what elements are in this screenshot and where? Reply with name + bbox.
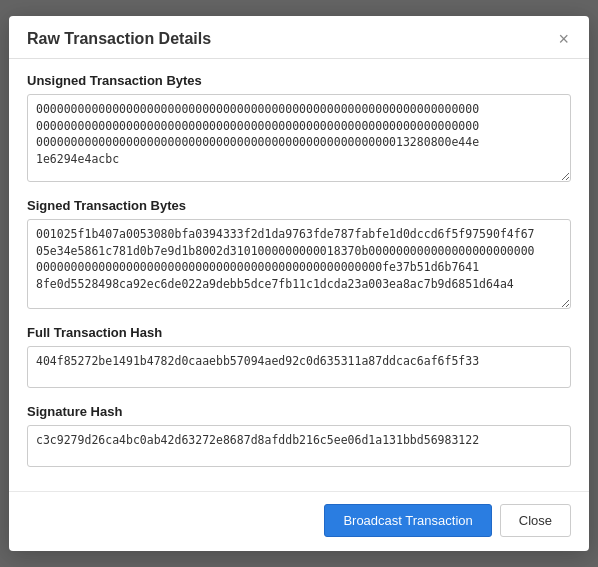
close-x-button[interactable]: × [556, 30, 571, 48]
modal-header: Raw Transaction Details × [9, 16, 589, 59]
unsigned-bytes-textarea[interactable] [27, 94, 571, 182]
full-hash-textarea[interactable] [27, 346, 571, 388]
signed-bytes-textarea[interactable] [27, 219, 571, 309]
broadcast-transaction-button[interactable]: Broadcast Transaction [324, 504, 491, 537]
modal-dialog: Raw Transaction Details × Unsigned Trans… [9, 16, 589, 551]
unsigned-bytes-label: Unsigned Transaction Bytes [27, 73, 571, 88]
sig-hash-textarea[interactable] [27, 425, 571, 467]
sig-hash-label: Signature Hash [27, 404, 571, 419]
modal-title: Raw Transaction Details [27, 30, 211, 48]
signed-bytes-label: Signed Transaction Bytes [27, 198, 571, 213]
full-hash-label: Full Transaction Hash [27, 325, 571, 340]
modal-overlay: Raw Transaction Details × Unsigned Trans… [0, 0, 598, 567]
modal-footer: Broadcast Transaction Close [9, 491, 589, 551]
close-button[interactable]: Close [500, 504, 571, 537]
modal-body: Unsigned Transaction Bytes Signed Transa… [9, 59, 589, 481]
